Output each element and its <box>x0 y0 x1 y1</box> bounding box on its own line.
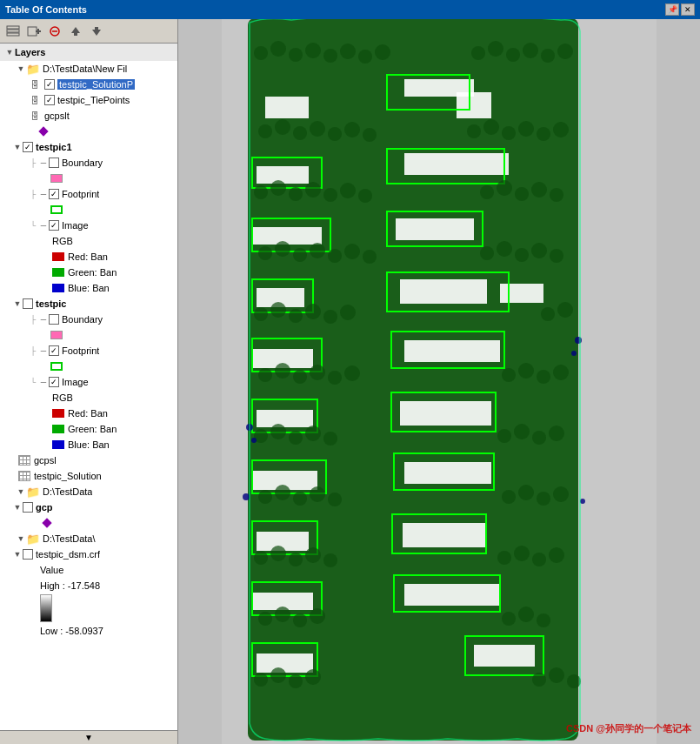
checkbox-t1-boundary[interactable] <box>49 158 59 168</box>
layer-dsm[interactable]: ▼ testpic_dsm.crf <box>0 546 177 562</box>
t1-fp-exp2: ─ <box>38 189 49 199</box>
svg-point-124 <box>553 365 569 380</box>
folder-expander-3[interactable]: ▼ <box>16 533 26 544</box>
folder-expander-1[interactable]: ▼ <box>16 64 26 74</box>
svg-point-56 <box>254 46 268 60</box>
list-view-button[interactable] <box>3 22 23 41</box>
tp-rgb-label: RGB <box>52 392 73 403</box>
testpic1-expander[interactable]: ▼ <box>12 142 23 152</box>
layer-gcpslt[interactable]: 🗄 gcpslt <box>0 108 177 124</box>
svg-rect-2 <box>7 33 19 36</box>
folder-group-2[interactable]: ▼ 📁 D:\TestData <box>0 484 177 499</box>
layer-testpic1-rgb: RGB <box>0 233 177 249</box>
layer-testpic1[interactable]: ▼ testpic1 <box>0 139 177 155</box>
move-up-button[interactable] <box>66 22 85 41</box>
expander-empty-1 <box>17 79 28 90</box>
svg-point-151 <box>549 547 564 563</box>
svg-rect-9 <box>74 33 77 36</box>
svg-point-130 <box>497 429 511 443</box>
remove-button[interactable] <box>45 22 64 41</box>
checkbox-dsm[interactable] <box>23 549 33 560</box>
close-button[interactable]: ✕ <box>681 3 695 16</box>
solution-icon <box>17 471 31 481</box>
add-button[interactable] <box>24 22 43 41</box>
toc-scroll-down[interactable]: ▼ <box>0 730 177 744</box>
svg-point-91 <box>497 180 512 196</box>
layer-testpic-boundary[interactable]: ├ ─ Boundary <box>0 312 177 327</box>
checkbox-testpic1[interactable] <box>23 142 33 152</box>
checkbox-tp-footprint[interactable] <box>49 345 59 356</box>
gcpsl-label: gcpsl <box>34 455 57 466</box>
folder-group-1[interactable]: ▼ 📁 D:\TestData\New Fil <box>0 61 177 77</box>
tp-blue-label: Blue: Ban <box>68 439 110 450</box>
svg-point-75 <box>344 122 360 137</box>
folder-label-2: D:\TestData <box>43 486 92 497</box>
layer-testpic1-footprint[interactable]: ├ ─ Footprint <box>0 186 177 202</box>
checkbox-testpic[interactable] <box>23 298 33 309</box>
expander-empty-3 <box>17 111 28 121</box>
gcpslt-label: gcpslt <box>44 111 70 121</box>
grid-swatch-solution <box>18 471 30 481</box>
solution-p-label: testpic_SolutionP <box>57 79 135 90</box>
layer-testpic-solution[interactable]: testpic_Solution <box>0 468 177 484</box>
t1-boundary-label: Boundary <box>62 158 103 168</box>
folder-icon-3: 📁 <box>26 533 40 544</box>
svg-point-100 <box>344 244 360 259</box>
svg-point-153 <box>275 607 290 622</box>
checkbox-solution-p[interactable] <box>44 79 55 90</box>
layer-testpic-footprint[interactable]: ├ ─ Footprint <box>0 343 177 359</box>
svg-point-98 <box>310 243 325 258</box>
layer-testpic1-boundary[interactable]: ├ ─ Boundary <box>0 155 177 171</box>
layer-testpic[interactable]: ▼ testpic <box>0 296 177 312</box>
svg-rect-32 <box>403 523 485 547</box>
dsm-expander[interactable]: ▼ <box>12 549 23 560</box>
layer-solution-p[interactable]: 🗄 testpic_SolutionP <box>0 77 177 92</box>
title-bar-text: Table Of Contents <box>5 4 87 15</box>
layer-dsm-value: Value <box>0 562 177 578</box>
layer-dsm-high: High : -17.548 <box>0 578 177 593</box>
svg-point-127 <box>289 431 303 445</box>
svg-point-165 <box>567 674 581 688</box>
svg-point-80 <box>518 121 534 137</box>
svg-point-135 <box>275 485 290 500</box>
folder-icon-1: 📁 <box>26 64 40 74</box>
testpic1-label: testpic1 <box>36 142 72 152</box>
layer-gcp[interactable]: ▼ gcp <box>0 499 177 515</box>
layer-gcpsl[interactable]: gcpsl <box>0 452 177 468</box>
svg-point-90 <box>480 185 494 199</box>
svg-point-123 <box>537 370 550 384</box>
svg-rect-28 <box>400 401 491 426</box>
t1-red-swatch <box>52 252 64 261</box>
checkbox-gcp[interactable] <box>23 502 33 513</box>
t1-blue-swatch <box>52 284 64 292</box>
svg-point-156 <box>502 612 516 626</box>
grid-swatch-gcpsl <box>18 455 30 466</box>
svg-point-109 <box>289 309 303 323</box>
t1-green-label: Green: Ban <box>68 267 117 278</box>
tp-boundary-exp2: ─ <box>38 314 49 325</box>
svg-point-105 <box>531 243 547 258</box>
t1-boundary-exp2: ─ <box>38 158 49 168</box>
folder-expander-2[interactable]: ▼ <box>16 486 26 497</box>
checkbox-tp-boundary[interactable] <box>49 314 59 325</box>
layer-testpic-image[interactable]: └ ─ Image <box>0 374 177 390</box>
checkbox-tiepoints[interactable] <box>44 95 55 105</box>
svg-point-92 <box>515 187 529 201</box>
move-down-button[interactable] <box>87 22 106 41</box>
testpic-expander[interactable]: ▼ <box>12 298 23 309</box>
checkbox-t1-footprint[interactable] <box>49 189 59 199</box>
layer-testpic1-image[interactable]: └ ─ Image <box>0 218 177 233</box>
svg-rect-21 <box>396 218 474 240</box>
layers-label: Layers <box>15 47 45 57</box>
folder-group-3[interactable]: ▼ 📁 D:\TestData\ <box>0 531 177 546</box>
layer-tiepoints[interactable]: 🗄 testpic_TiePoints <box>0 92 177 108</box>
dock-button[interactable]: 📌 <box>665 3 679 16</box>
gcp-expander[interactable]: ▼ <box>12 502 23 513</box>
layers-expand-icon[interactable]: ▼ <box>4 47 15 57</box>
svg-point-77 <box>467 124 481 138</box>
t1-img-exp2: ─ <box>38 220 49 231</box>
svg-rect-23 <box>400 279 487 304</box>
checkbox-t1-image[interactable] <box>49 220 59 231</box>
checkbox-tp-image[interactable] <box>49 377 59 387</box>
svg-point-93 <box>531 182 547 198</box>
